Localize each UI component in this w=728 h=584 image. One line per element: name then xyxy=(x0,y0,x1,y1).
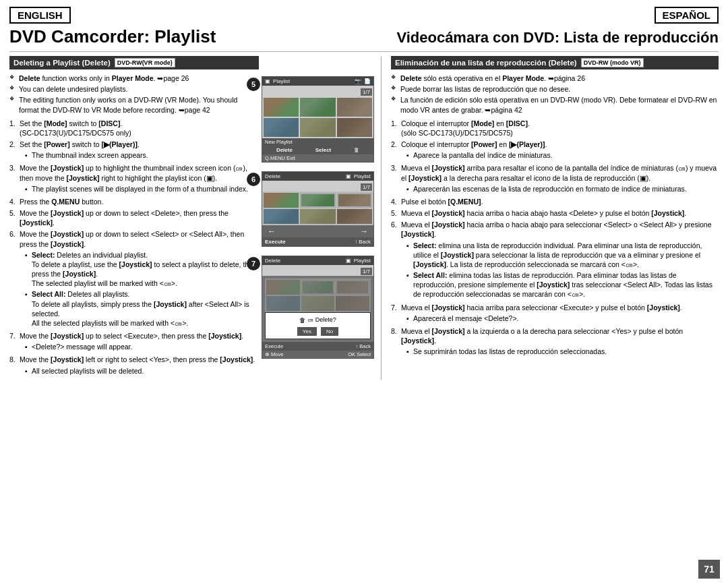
lang-espanol-box: ESPAÑOL xyxy=(655,7,719,24)
screen-6-left-arrow: ← xyxy=(268,227,276,236)
screen-6-topbar: Delete ▣ Playlist xyxy=(262,172,373,181)
screen-7: Delete ▣ Playlist 1/7 xyxy=(262,256,374,359)
main-title-es: Videocámara con DVD: Lista de reproducci… xyxy=(396,29,719,47)
no-button[interactable]: No xyxy=(321,327,338,336)
screen-7-nav: ⊕ Move OK Select xyxy=(262,351,373,358)
screen-6-right-arrow: → xyxy=(360,227,368,236)
text-left: Deleting a Playlist (Delete) DVD-RW(VR m… xyxy=(9,56,259,380)
section-header-es: Eliminación de una lista de reproducción… xyxy=(391,56,719,69)
sub-es-6-1: Select: elimina una lista de reproducció… xyxy=(406,241,719,270)
bullet-en-1: Delete function works only in Player Mod… xyxy=(9,74,259,83)
bullet-es-1: Delete sólo está operativa en el Player … xyxy=(391,74,719,83)
step-en-3: 3. Move the [Joystick] up to highlight t… xyxy=(9,163,259,195)
screen-5-folder-icon: ▣ xyxy=(265,78,270,84)
small-thumb-6-2 xyxy=(300,193,335,208)
text-right: Eliminación de una lista de reproducción… xyxy=(386,56,719,380)
screen-7-overlay: 🗑 ㎝ Delete? Yes No xyxy=(262,276,373,342)
trash-icon: 🗑 xyxy=(299,317,305,324)
main-title-en: DVD Camcorder: Playlist xyxy=(9,26,216,47)
sub-en-6-2: Select All: Deletes all playlists.To del… xyxy=(25,289,259,328)
dvd-badge-en: DVD-RW(VR mode) xyxy=(115,58,175,67)
step-en-5: 5. Move the [Joystick] up or down to sel… xyxy=(9,208,259,227)
screen-7-grid xyxy=(265,279,371,312)
step-en-8: 8. Move the [Joystick] left or right to … xyxy=(9,355,259,376)
screen-label-6: 6 xyxy=(247,173,260,186)
lang-english-label: ENGLISH xyxy=(18,9,63,21)
sub-en-2-1: The thumbnail index screen appears. xyxy=(25,150,259,160)
screen-7-playlist-label: Playlist xyxy=(354,258,371,264)
bullets-en: Delete function works only in Player Mod… xyxy=(9,74,259,115)
small-thumb-7-2 xyxy=(301,280,335,295)
lang-espanol-label: ESPAÑOL xyxy=(663,9,710,21)
step-es-6: 6. Mueva el [Joystick] hacia arriba o ha… xyxy=(391,220,719,300)
screen-5-topbar: ▣ Playlist 📷 📄 xyxy=(262,77,373,86)
screen-5-nav: Q.MENU Exit xyxy=(262,154,373,162)
section-heading-en: Deleting a Playlist (Delete) xyxy=(13,59,111,67)
sub-es-2-1: Aparece la pantalla del índice de miniat… xyxy=(406,150,719,160)
screen-block-5: 5 ▣ Playlist 📷 📄 1/7 xyxy=(262,76,374,163)
screen-5: ▣ Playlist 📷 📄 1/7 xyxy=(262,76,374,163)
screen-block-6: 6 Delete ▣ Playlist 1/7 xyxy=(262,171,374,247)
screen-6-title: Delete xyxy=(265,173,280,179)
delete-popup: 🗑 ㎝ Delete? Yes No xyxy=(265,312,371,339)
screen-label-7: 7 xyxy=(247,257,260,270)
screen-6-arrow-row: ← → xyxy=(262,225,373,237)
bullet-es-2: Puede borrar las listas de reproducción … xyxy=(391,84,719,94)
yes-button[interactable]: Yes xyxy=(297,327,317,336)
screen-5-qmenu: Q.MENU Exit xyxy=(265,155,295,161)
screen-5-camera-icon: 📷 xyxy=(355,78,361,84)
sub-en-3-1: The playlist scenes will be displayed in… xyxy=(25,184,259,194)
screen-7-move: ⊕ Move xyxy=(265,351,283,357)
thumb-5-6 xyxy=(337,118,372,137)
step-es-2: 2. Coloque el interruptor [Power] en [▶(… xyxy=(391,140,719,161)
step-es-8: 8. Mueva el [Joystick] a la izquierda o … xyxy=(391,326,719,358)
screen-7-title: Delete xyxy=(265,258,280,264)
thumb-5-2 xyxy=(300,98,335,117)
screen-5-delete: Delete xyxy=(276,147,293,153)
header-row: ENGLISH ESPAÑOL xyxy=(9,7,719,24)
thumb-5-1 xyxy=(264,98,299,117)
screen-6-execute: Execute xyxy=(265,239,286,245)
small-thumb-7-5 xyxy=(301,296,335,311)
screen-7-ok: OK Select xyxy=(348,351,371,357)
thumb-5-5 xyxy=(300,118,335,137)
bullet-en-2: You can delete undesired playlists. xyxy=(9,84,259,94)
screen-5-title: Playlist xyxy=(273,78,290,84)
screens-middle: 5 ▣ Playlist 📷 📄 1/7 xyxy=(259,76,377,380)
screen-label-5: 5 xyxy=(247,78,260,91)
small-thumb-7-1 xyxy=(266,280,300,295)
bullet-es-3: La función de edición sólo está operativ… xyxy=(391,95,719,114)
lang-english-box: ENGLISH xyxy=(9,7,71,24)
screen-7-folder-icon: ▣ xyxy=(346,258,351,264)
step-es-1: 1. Coloque el interruptor [Mode] en [DIS… xyxy=(391,119,719,138)
steps-en: 1. Set the [Mode] switch to [DISC].(SC-D… xyxy=(9,119,259,377)
sub-en-7-1: <Delete?> message will appear. xyxy=(25,342,259,351)
screen-5-page: 1/7 xyxy=(361,88,372,96)
sub-es-7-1: Aparecerá el mensaje <Delete?>. xyxy=(406,314,719,323)
small-thumb-6-3 xyxy=(337,193,372,208)
screen-5-bottombar: New Playlist xyxy=(262,138,373,146)
small-thumb-6-6 xyxy=(337,209,372,224)
step-es-7: 7. Mueva el [Joystick] hacia arriba para… xyxy=(391,303,719,324)
popup-buttons: Yes No xyxy=(270,327,366,336)
screen-6: Delete ▣ Playlist 1/7 xyxy=(262,171,374,247)
small-thumb-6-1 xyxy=(264,193,299,208)
section-heading-es: Eliminación de una lista de reproducción… xyxy=(395,59,577,67)
small-thumb-7-6 xyxy=(336,296,369,311)
small-thumb-7-4 xyxy=(266,296,300,311)
screen-6-folder-icon: ▣ xyxy=(346,173,351,179)
popup-message: 🗑 ㎝ Delete? xyxy=(270,316,366,324)
screen-6-playlist-label: Playlist xyxy=(354,173,371,179)
small-thumb-7-3 xyxy=(336,280,369,295)
screen-5-trash-icon: 🗑 xyxy=(354,147,359,153)
steps-es: 1. Coloque el interruptor [Mode] en [DIS… xyxy=(391,119,719,358)
step-en-6: 6. Move the [Joystick] up or down to sel… xyxy=(9,229,259,329)
screen-7-page: 1/7 xyxy=(361,268,372,275)
step-en-2: 2. Set the [Power] switch to [▶(Player)]… xyxy=(9,140,259,161)
content-wrapper: Deleting a Playlist (Delete) DVD-RW(VR m… xyxy=(9,56,719,380)
screen-7-execute: Execute xyxy=(265,343,283,349)
sub-en-8-1: All selected playlists will be deleted. xyxy=(25,366,259,376)
step-en-4: 4. Press the Q.MENU button. xyxy=(9,197,259,206)
bullet-en-3: The editing function only works on a DVD… xyxy=(9,95,259,114)
thumb-5-4 xyxy=(264,118,299,137)
